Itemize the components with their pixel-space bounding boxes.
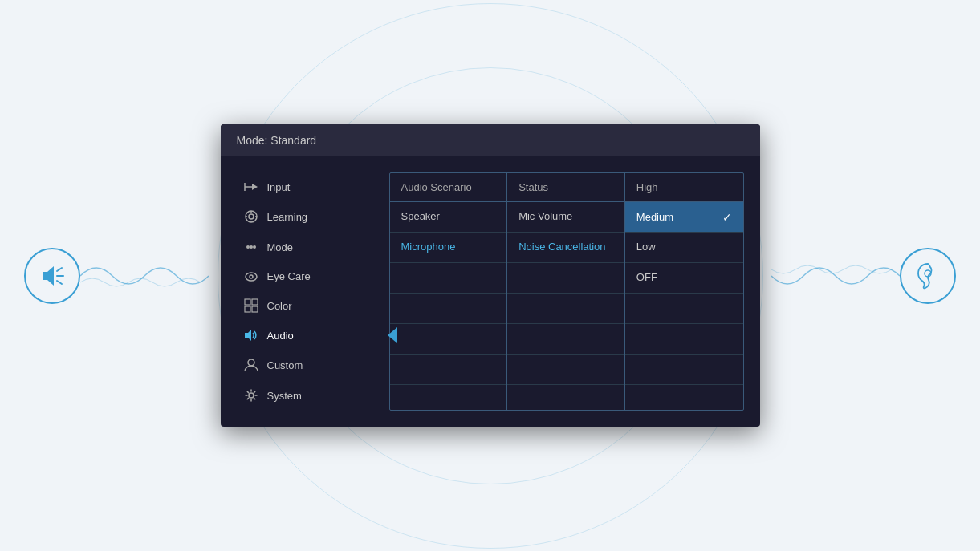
col-status-header: Status (507, 173, 624, 202)
col-status-empty-4 (507, 355, 624, 385)
col-level-empty-1 (625, 294, 743, 324)
svg-point-17 (250, 275, 253, 278)
dialog-body: Input Learning (221, 156, 760, 427)
sidebar-item-custom[interactable]: Custom (237, 350, 381, 380)
mode-title: Mode: Standard (237, 134, 317, 147)
svg-marker-5 (252, 184, 258, 190)
svg-point-14 (250, 245, 253, 249)
check-icon: ✓ (722, 211, 732, 224)
col-item-empty-4 (390, 355, 507, 385)
sidebar-item-learning[interactable]: Learning (237, 201, 381, 232)
col-status: Status Mic Volume Noise Cancellation (507, 173, 625, 410)
col-level: High Medium ✓ Low OFF (625, 173, 743, 410)
col-audio-scenario: Audio Scenario Speaker Microphone (390, 173, 508, 410)
svg-rect-20 (245, 306, 250, 312)
learning-label: Learning (267, 211, 308, 223)
learning-icon (243, 209, 259, 224)
col-item-empty-2 (390, 294, 507, 324)
col-item-empty-1 (390, 263, 507, 294)
speaker-icon (24, 248, 80, 304)
active-arrow (388, 327, 397, 343)
col-status-empty-1 (507, 263, 624, 294)
audio-label: Audio (267, 330, 294, 342)
color-icon (243, 298, 259, 313)
sidebar-item-eyecare[interactable]: Eye Care (237, 262, 381, 290)
col-item-low[interactable]: Low (625, 233, 743, 263)
svg-marker-22 (245, 330, 251, 341)
sidebar-item-input[interactable]: Input (237, 172, 381, 201)
col-level-empty-3 (625, 355, 743, 385)
system-label: System (267, 390, 302, 402)
sidebar-item-color[interactable]: Color (237, 290, 381, 321)
svg-point-15 (253, 245, 256, 249)
svg-point-13 (246, 245, 250, 249)
medium-label: Medium (636, 211, 673, 223)
content-panel: Audio Scenario Speaker Microphone Status… (389, 172, 744, 411)
svg-marker-0 (43, 266, 54, 286)
svg-point-24 (249, 393, 254, 398)
col-status-empty-2 (507, 294, 624, 324)
col-item-medium[interactable]: Medium ✓ (625, 202, 743, 233)
sidebar-item-system[interactable]: System (237, 380, 381, 411)
col-item-speaker[interactable]: Speaker (390, 202, 507, 233)
mode-icon (243, 240, 259, 254)
eyecare-label: Eye Care (267, 270, 311, 282)
svg-rect-21 (252, 306, 258, 312)
col-item-off[interactable]: OFF (625, 263, 743, 294)
svg-point-23 (248, 359, 254, 366)
system-icon (243, 388, 259, 403)
col-level-empty-2 (625, 324, 743, 355)
settings-dialog: Mode: Standard Input (221, 124, 760, 427)
audio-icon (243, 329, 259, 342)
svg-point-7 (246, 211, 257, 222)
custom-label: Custom (267, 359, 303, 371)
svg-rect-19 (252, 299, 258, 305)
wave-right (771, 252, 900, 300)
ear-icon (900, 248, 956, 304)
col-item-microphone[interactable]: Microphone (390, 233, 507, 263)
col-item-noise-cancellation[interactable]: Noise Cancellation (507, 233, 624, 263)
sidebar-item-mode[interactable]: Mode (237, 232, 381, 262)
input-label: Input (267, 181, 291, 193)
col-status-empty-3 (507, 324, 624, 355)
col-level-header: High (625, 173, 743, 202)
svg-point-8 (249, 214, 254, 219)
input-icon (243, 180, 259, 193)
svg-line-1 (57, 268, 62, 271)
nav-sidebar: Input Learning (237, 172, 381, 411)
svg-point-16 (246, 273, 257, 281)
col-item-empty-3 (390, 324, 507, 355)
color-label: Color (267, 300, 292, 312)
col-item-mic-volume[interactable]: Mic Volume (507, 202, 624, 233)
eyecare-icon (243, 271, 259, 282)
wave-left (80, 252, 209, 300)
sidebar-item-audio[interactable]: Audio (237, 321, 381, 350)
svg-rect-18 (245, 299, 250, 305)
col-audio-scenario-header: Audio Scenario (390, 173, 507, 202)
custom-icon (243, 358, 259, 372)
content-grid: Audio Scenario Speaker Microphone Status… (390, 173, 743, 410)
dialog-header: Mode: Standard (221, 124, 760, 156)
mode-label: Mode (267, 241, 294, 253)
svg-line-3 (57, 281, 62, 284)
